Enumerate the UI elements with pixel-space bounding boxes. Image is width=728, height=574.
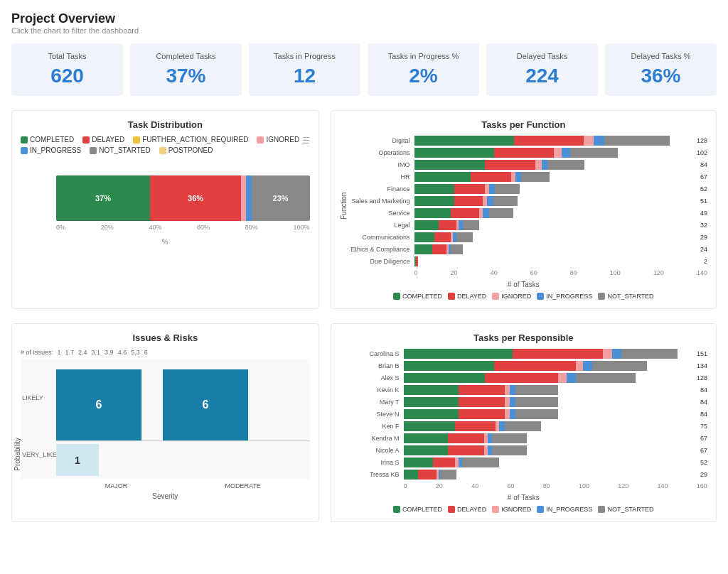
- hbar-segment: [558, 373, 567, 383]
- hbar-row: Sales and Marketing51: [350, 196, 707, 206]
- hbar-segment: [404, 421, 455, 431]
- hbar-segment: [418, 470, 437, 480]
- hbar-segment: [404, 457, 433, 467]
- hbar-segment: [493, 196, 518, 206]
- top-charts-row: Task Distribution ☰ COMPLETEDDELAYEDFURT…: [11, 110, 717, 309]
- hbar-row: Communications29: [350, 232, 707, 242]
- kpi-label-4: Delayed Tasks: [493, 52, 591, 60]
- hbar-segment: [404, 385, 459, 395]
- hbar-track: [404, 433, 697, 443]
- task-distribution-legend: COMPLETEDDELAYEDFURTHER_ACTION_REQUIREDI…: [21, 136, 302, 154]
- kpi-card-2[interactable]: Tasks in Progress 12: [249, 43, 360, 96]
- hbar-row: Irina S52: [340, 457, 707, 467]
- hbar-track: [404, 361, 694, 371]
- hbar-row: Carolina S151: [340, 349, 707, 359]
- hbar-count: 52: [700, 459, 707, 466]
- kpi-card-4[interactable]: Delayed Tasks 224: [486, 43, 598, 96]
- hbar-segment: [492, 445, 527, 455]
- hbar-axis-tick: 120: [618, 482, 628, 489]
- hbar-count: 84: [700, 161, 707, 168]
- kpi-label-2: Tasks in Progress: [256, 52, 353, 60]
- hbar-segment: [515, 385, 557, 395]
- hbar-row-label: Ethics & Compliance: [350, 246, 414, 253]
- td-axis-tick: 80%: [245, 224, 258, 231]
- hbar-segment: [448, 445, 485, 455]
- kpi-label-3: Tasks in Progress %: [375, 52, 472, 60]
- hbar-segment: [459, 409, 505, 419]
- hbar-track: [414, 160, 697, 170]
- hbar-track: [414, 208, 697, 218]
- td-bar-label: 37%: [95, 194, 111, 202]
- chart-legend-item: COMPLETED: [393, 506, 442, 513]
- hbar-segment: [451, 208, 479, 218]
- grid-icon[interactable]: ☰: [302, 136, 310, 146]
- td-axis-tick: 20%: [101, 224, 114, 231]
- issues-count-tick: 2.4: [78, 349, 87, 356]
- hbar-row-label: Legal: [350, 222, 414, 229]
- chart-legend-item: COMPLETED: [393, 293, 442, 300]
- tpr-x-label: # of Tasks: [340, 494, 707, 502]
- hbar-count: 84: [700, 386, 707, 394]
- hbar-row-label: HR: [350, 173, 414, 180]
- hbar-segment: [404, 373, 486, 383]
- hbar-count: 32: [700, 222, 707, 229]
- hbar-row: Operations102: [350, 148, 707, 158]
- hbar-segment: [492, 433, 527, 443]
- issues-count-tick: 4.6: [118, 349, 127, 356]
- tasks-per-function-chart: Tasks per Function Function Digital128Op…: [331, 110, 717, 309]
- tpr-legend: COMPLETEDDELAYEDIGNOREDIN_PROGRESSNOT_ST…: [340, 506, 707, 513]
- stacked-bar-axis: 0%20%40%60%80%100%: [56, 224, 310, 231]
- hbar-row: Brian B134: [340, 361, 707, 371]
- stacked-bar[interactable]: 37%36%23%: [56, 175, 310, 221]
- hbar-row: Tressa KB29: [340, 470, 707, 480]
- kpi-label-5: Delayed Tasks %: [612, 52, 710, 60]
- hbar-axis-tick: 100: [610, 269, 621, 276]
- task-distribution-chart: Task Distribution ☰ COMPLETEDDELAYEDFURT…: [11, 110, 319, 309]
- issues-bubble-area: LIKELY VERY_LIKELY 6 6 1: [21, 359, 310, 480]
- hbar-segment: [494, 361, 576, 371]
- hbar-segment: [485, 373, 557, 383]
- hbar-segment: [404, 397, 459, 407]
- page-subtitle: Click the chart to filter the dashboard: [11, 26, 717, 35]
- hbar-row-label: Sales and Marketing: [350, 197, 414, 205]
- hbar-track: [414, 148, 694, 158]
- kpi-card-1[interactable]: Completed Tasks 37%: [130, 43, 242, 96]
- hbar-axis: 020406080100120140160: [404, 482, 707, 489]
- hbar-track: [404, 373, 694, 383]
- chart-legend-item: DELAYED: [448, 506, 486, 513]
- hbar-track: [404, 385, 697, 395]
- kpi-card-0[interactable]: Total Tasks 620: [11, 43, 123, 96]
- hbar-track: [404, 445, 697, 455]
- hbar-segment: [510, 385, 515, 395]
- hbar-row-label: Mary T: [340, 399, 404, 406]
- hbar-segment: [414, 184, 455, 194]
- hbar-track: [404, 409, 697, 419]
- hbar-segment: [513, 349, 604, 359]
- hbar-segment: [471, 172, 511, 182]
- kpi-card-5[interactable]: Delayed Tasks % 36%: [605, 43, 717, 96]
- stacked-bar-container: 37%36%23% 0%20%40%60%80%100%: [42, 175, 310, 231]
- hbar-row-label: Brian B: [340, 362, 404, 369]
- td-bar-label: 23%: [273, 194, 289, 202]
- hbar-count: 2: [704, 258, 707, 265]
- hbar-row: Legal32: [350, 220, 707, 230]
- kpi-value-3: 2%: [375, 65, 472, 87]
- hbar-segment: [485, 160, 535, 170]
- hbar-axis-tick: 120: [653, 269, 664, 276]
- hbar-segment: [489, 184, 496, 194]
- hbar-segment: [583, 361, 592, 371]
- hbar-segment: [404, 349, 513, 359]
- hbar-row-label: Communications: [350, 234, 414, 241]
- td-legend-item: DELAYED: [82, 136, 124, 144]
- hbar-axis-tick: 100: [579, 482, 589, 489]
- kpi-card-3[interactable]: Tasks in Progress % 2%: [368, 43, 479, 96]
- hbar-count: 29: [700, 471, 707, 478]
- hbar-segment: [404, 409, 459, 419]
- hbar-track: [404, 421, 697, 431]
- hbar-segment: [535, 160, 542, 170]
- hbar-segment: [562, 148, 569, 158]
- chart-legend-item: NOT_STARTED: [598, 293, 653, 300]
- hbar-row-label: Carolina S: [340, 350, 404, 357]
- hbar-segment: [489, 208, 513, 218]
- td-bar-segment: [246, 175, 251, 221]
